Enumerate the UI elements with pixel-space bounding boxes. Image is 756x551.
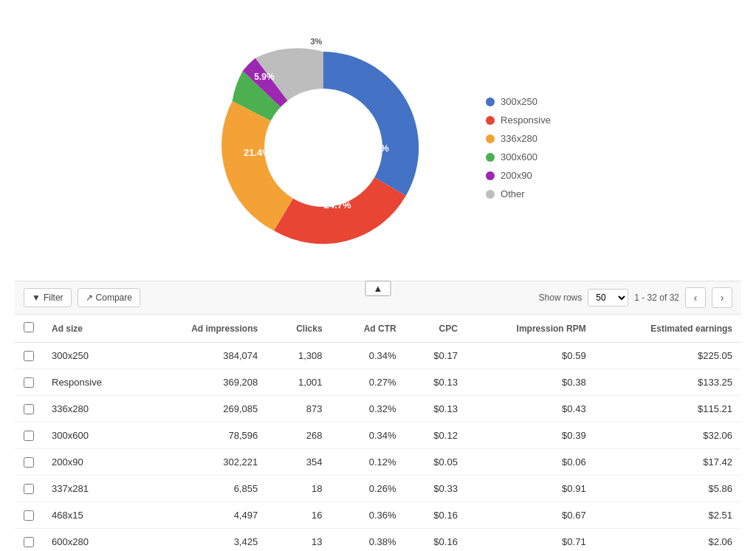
col-header-rpm[interactable]: Impression RPM xyxy=(467,315,595,343)
row-checkbox[interactable] xyxy=(24,510,34,521)
row-checkbox-cell xyxy=(15,529,43,552)
row-checkbox[interactable] xyxy=(24,377,34,388)
cell-earnings: $5.86 xyxy=(595,476,741,502)
cell-earnings: $17.42 xyxy=(595,449,741,476)
col-header-ctr[interactable]: Ad CTR xyxy=(331,315,405,343)
legend-dot-336x280 xyxy=(486,134,495,143)
rows-per-page-select[interactable]: 10 25 50 100 xyxy=(588,289,628,307)
col-header-cpc[interactable]: CPC xyxy=(405,315,467,343)
cell-impressions: 78,596 xyxy=(142,422,267,449)
chart-section: 41.7% 24.7% 21.4% 5.9% 3% 300x250 Respon… xyxy=(15,15,741,273)
donut-chart: 41.7% 24.7% 21.4% 5.9% 3% xyxy=(205,30,441,266)
legend-dot-responsive xyxy=(486,116,495,125)
cell-ctr: 0.36% xyxy=(331,502,405,529)
row-checkbox-cell xyxy=(15,343,43,369)
cell-cpc: $0.05 xyxy=(405,449,467,476)
page: 41.7% 24.7% 21.4% 5.9% 3% 300x250 Respon… xyxy=(0,0,756,551)
row-checkbox-cell xyxy=(15,422,43,449)
compare-icon: ↗ xyxy=(86,292,93,303)
col-header-ad-size[interactable]: Ad size xyxy=(43,315,142,343)
cell-cpc: $0.13 xyxy=(405,369,467,396)
cell-cpc: $0.12 xyxy=(405,422,467,449)
cell-clicks: 1,001 xyxy=(267,369,331,396)
cell-ctr: 0.34% xyxy=(331,343,405,369)
cell-ad-size: 600x280 xyxy=(43,529,142,552)
cell-earnings: $2.06 xyxy=(595,529,741,552)
legend-label-336x280: 336x280 xyxy=(501,133,537,144)
cell-impressions: 4,497 xyxy=(142,502,267,529)
row-checkbox-cell xyxy=(15,502,43,529)
table-row: Responsive 369,208 1,001 0.27% $0.13 $0.… xyxy=(15,369,741,396)
cell-ad-size: Responsive xyxy=(43,369,142,396)
cell-rpm: $0.43 xyxy=(467,396,595,422)
cell-rpm: $0.67 xyxy=(467,502,595,529)
cell-clicks: 268 xyxy=(267,422,331,449)
cell-cpc: $0.16 xyxy=(405,502,467,529)
cell-cpc: $0.17 xyxy=(405,343,467,369)
prev-page-button[interactable]: ‹ xyxy=(685,287,706,308)
cell-clicks: 18 xyxy=(267,476,331,502)
row-checkbox-cell xyxy=(15,449,43,476)
cell-earnings: $133.25 xyxy=(595,369,741,396)
legend-item-other: Other xyxy=(486,188,551,199)
row-checkbox[interactable] xyxy=(24,484,34,494)
legend-item-responsive: Responsive xyxy=(486,114,551,126)
row-checkbox-cell xyxy=(15,396,43,422)
cell-rpm: $0.71 xyxy=(467,529,595,552)
table-row: 600x280 3,425 13 0.38% $0.16 $0.71 $2.06 xyxy=(15,529,741,552)
cell-rpm: $0.59 xyxy=(467,343,595,369)
label-responsive: 24.7% xyxy=(324,199,351,210)
table-row: 300x600 78,596 268 0.34% $0.12 $0.39 $32… xyxy=(15,422,741,449)
cell-impressions: 6,855 xyxy=(142,476,267,502)
legend-label-other: Other xyxy=(501,188,525,199)
cell-impressions: 384,074 xyxy=(142,343,267,369)
cell-earnings: $2.51 xyxy=(595,502,741,529)
cell-clicks: 1,308 xyxy=(267,343,331,369)
cell-ad-size: 336x280 xyxy=(43,396,142,422)
cell-cpc: $0.16 xyxy=(405,529,467,552)
label-other: 3% xyxy=(310,37,322,46)
cell-ad-size: 300x600 xyxy=(43,422,142,449)
cell-clicks: 354 xyxy=(267,449,331,476)
cell-impressions: 302,221 xyxy=(142,449,267,476)
col-header-clicks[interactable]: Clicks xyxy=(267,315,331,343)
col-header-impressions[interactable]: Ad impressions xyxy=(142,315,267,343)
col-header-checkbox xyxy=(15,315,43,343)
legend-dot-other xyxy=(486,190,495,199)
row-checkbox-cell xyxy=(15,476,43,502)
filter-label: Filter xyxy=(44,292,63,303)
row-checkbox[interactable] xyxy=(24,351,34,361)
show-rows-label: Show rows xyxy=(539,292,583,303)
table-row: 200x90 302,221 354 0.12% $0.05 $0.06 $17… xyxy=(15,449,741,476)
cell-ctr: 0.34% xyxy=(331,422,405,449)
compare-button[interactable]: ↗ Compare xyxy=(78,288,140,307)
cell-clicks: 16 xyxy=(267,502,331,529)
cell-ad-size: 200x90 xyxy=(43,449,142,476)
table-row: 468x15 4,497 16 0.36% $0.16 $0.67 $2.51 xyxy=(15,502,741,529)
col-header-earnings[interactable]: Estimated earnings xyxy=(595,315,741,343)
toolbar: ▲ ▼ Filter ↗ Compare Show rows 10 25 50 … xyxy=(15,281,741,315)
legend-dot-300x250 xyxy=(486,97,495,106)
row-checkbox[interactable] xyxy=(24,457,34,468)
select-all-checkbox[interactable] xyxy=(24,322,34,332)
cell-ad-size: 337x281 xyxy=(43,476,142,502)
cell-rpm: $0.38 xyxy=(467,369,595,396)
row-checkbox[interactable] xyxy=(24,404,34,414)
legend-label-responsive: Responsive xyxy=(501,114,551,126)
cell-ctr: 0.32% xyxy=(331,396,405,422)
label-336x280: 21.4% xyxy=(244,147,271,158)
cell-impressions: 3,425 xyxy=(142,529,267,552)
collapse-button[interactable]: ▲ xyxy=(365,281,391,296)
row-checkbox-cell xyxy=(15,369,43,396)
legend-label-300x600: 300x600 xyxy=(501,151,537,162)
filter-button[interactable]: ▼ Filter xyxy=(24,288,72,307)
compare-label: Compare xyxy=(96,292,132,303)
data-table: Ad size Ad impressions Clicks Ad CTR CPC… xyxy=(15,315,741,551)
next-page-button[interactable]: › xyxy=(712,287,732,308)
cell-earnings: $115.21 xyxy=(595,396,741,422)
row-checkbox[interactable] xyxy=(24,431,34,441)
cell-ad-size: 468x15 xyxy=(43,502,142,529)
cell-impressions: 269,085 xyxy=(142,396,267,422)
row-checkbox[interactable] xyxy=(24,537,34,547)
toolbar-left: ▼ Filter ↗ Compare xyxy=(24,288,140,307)
